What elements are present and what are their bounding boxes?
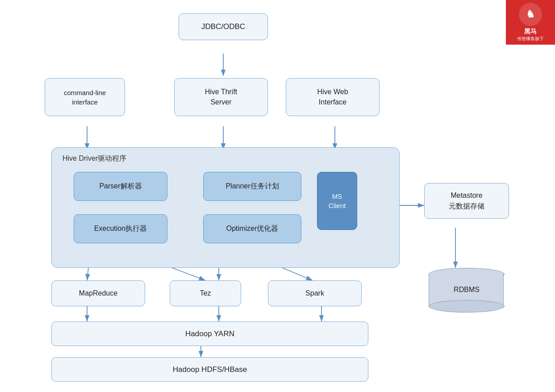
thrift-server-box: Hive Thrift Server <box>174 78 268 116</box>
logo-badge: ♞ 黑马 传智播客旗下 <box>506 0 555 45</box>
yarn-box: Hadoop YARN <box>51 321 368 346</box>
optimizer-box: Optimizer优化器 <box>203 214 301 243</box>
parser-box: Parser解析器 <box>74 172 167 201</box>
cli-box: command-line interface <box>45 78 125 116</box>
execution-box: Execution执行器 <box>74 214 167 243</box>
web-interface-box: Hive Web Interface <box>286 78 380 116</box>
logo-icon: ♞ <box>519 3 542 26</box>
rdbms-label: RDBMS <box>429 286 505 294</box>
metastore-box: Metastore 元数据存储 <box>424 183 509 219</box>
ms-client-box: MS Client <box>317 172 357 230</box>
driver-label: Hive Driver驱动程序 <box>63 154 126 163</box>
tez-box: Tez <box>170 280 241 306</box>
mapreduce-box: MapReduce <box>51 280 145 306</box>
rdbms-cylinder: RDBMS <box>429 268 505 313</box>
logo-text: 黑马 <box>524 28 537 36</box>
hdfs-box: Hadoop HDFS/HBase <box>51 357 368 382</box>
jdbc-box: JDBC/ODBC <box>179 13 268 40</box>
logo-sub: 传智播客旗下 <box>517 36 544 42</box>
planner-box: Planner任务计划 <box>203 172 301 201</box>
spark-box: Spark <box>268 280 362 306</box>
diagram-container: ♞ 黑马 传智播客旗下 <box>0 0 555 392</box>
